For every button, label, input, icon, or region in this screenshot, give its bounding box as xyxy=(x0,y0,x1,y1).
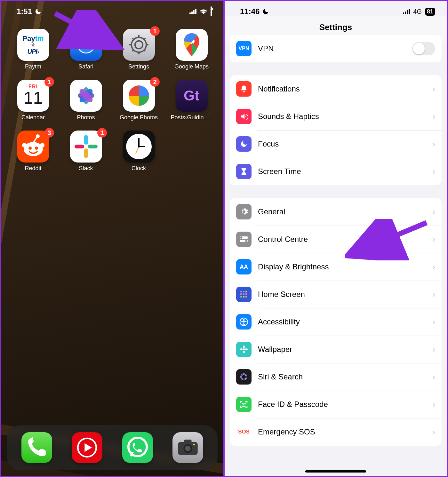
svg-rect-57 xyxy=(243,293,244,295)
settings-row-home-screen[interactable]: Home Screen › xyxy=(230,281,442,308)
camera-icon xyxy=(172,432,203,463)
annotation-arrow-icon xyxy=(345,219,431,260)
speaker-icon xyxy=(236,109,252,124)
network-label: 4G xyxy=(413,8,422,15)
status-time: 1:51 xyxy=(17,7,32,16)
settings-icon xyxy=(123,29,155,61)
app-calendar[interactable]: 1 FRI 11 Calendar xyxy=(10,80,56,121)
chevron-right-icon: › xyxy=(432,427,435,437)
hourglass-icon xyxy=(236,164,252,179)
phone-icon xyxy=(21,432,52,463)
settings-row-screentime[interactable]: Screen Time › xyxy=(230,158,442,185)
toggles-icon xyxy=(236,232,252,247)
dnd-moon-icon xyxy=(262,8,269,15)
svg-rect-44 xyxy=(184,440,192,443)
dock-app-phone[interactable] xyxy=(21,432,52,463)
app-reddit[interactable]: 3 Reddit xyxy=(10,131,56,172)
vpn-toggle[interactable] xyxy=(412,42,435,55)
svg-line-48 xyxy=(351,223,427,254)
dnd-moon-icon xyxy=(35,8,42,15)
moon-icon xyxy=(236,136,252,152)
settings-row-siri[interactable]: Siri & Search › xyxy=(230,363,442,391)
app-slack[interactable]: 1 Slack xyxy=(63,131,109,172)
notification-badge: 1 xyxy=(97,128,107,138)
settings-row-vpn[interactable]: VPN VPN xyxy=(230,35,442,62)
svg-point-66 xyxy=(243,351,245,353)
settings-row-label: Emergency SOS xyxy=(258,427,426,436)
settings-row-notifications[interactable]: Notifications › xyxy=(230,75,442,103)
chevron-right-icon: › xyxy=(432,262,435,272)
status-time: 11:46 xyxy=(240,7,260,16)
settings-row-faceid[interactable]: Face ID & Passcode › xyxy=(230,391,442,418)
settings-row-label: Display & Brightness xyxy=(258,262,426,271)
svg-point-64 xyxy=(243,348,245,350)
svg-rect-60 xyxy=(243,296,244,298)
cellular-signal-icon xyxy=(189,9,196,14)
faceid-icon xyxy=(236,397,252,412)
chevron-right-icon: › xyxy=(432,344,435,354)
svg-rect-34 xyxy=(75,145,84,148)
svg-line-29 xyxy=(33,137,37,143)
svg-point-73 xyxy=(245,403,245,404)
app-photos[interactable]: Photos xyxy=(63,80,109,121)
app-label: Clock xyxy=(132,165,146,172)
app-google-photos[interactable]: 2 Google Photos xyxy=(116,80,162,121)
google-maps-icon xyxy=(176,29,208,61)
app-label: Slack xyxy=(79,165,93,172)
app-google-maps[interactable]: Google Maps xyxy=(169,29,214,70)
app-label: Photos xyxy=(77,114,95,121)
svg-point-24 xyxy=(24,142,43,156)
app-label: Paytm xyxy=(25,63,41,70)
settings-screen: 11:46 4G 81 Settings VPN VPN Notificatio… xyxy=(225,1,447,476)
settings-row-label: Notifications xyxy=(258,84,426,93)
settings-row-label: Accessibility xyxy=(258,317,426,326)
settings-row-wallpaper[interactable]: Wallpaper › xyxy=(230,336,442,363)
settings-section: Notifications › Sounds & Haptics › Focus… xyxy=(230,75,442,185)
settings-row-label: Wallpaper xyxy=(258,345,426,354)
photos-icon xyxy=(70,80,102,112)
chevron-right-icon: › xyxy=(432,111,435,122)
svg-point-63 xyxy=(243,319,245,321)
status-bar: 11:46 4G 81 xyxy=(225,1,447,16)
app-label: Google Photos xyxy=(120,114,158,121)
clock-icon xyxy=(123,131,155,163)
chevron-right-icon: › xyxy=(432,372,435,382)
svg-rect-56 xyxy=(240,293,242,295)
settings-row-label: General xyxy=(258,207,426,216)
chevron-right-icon: › xyxy=(432,234,435,244)
chevron-right-icon: › xyxy=(432,166,435,177)
siri-icon xyxy=(236,369,252,385)
battery-icon xyxy=(211,7,212,16)
settings-row-accessibility[interactable]: Accessibility › xyxy=(230,308,442,336)
settings-row-emergency-sos[interactable]: SOS Emergency SOS › xyxy=(230,418,442,446)
svg-point-46 xyxy=(185,446,191,451)
wifi-icon xyxy=(200,7,207,16)
battery-percent: 81 xyxy=(425,8,435,16)
app-label: Safari xyxy=(78,63,93,70)
svg-point-50 xyxy=(240,236,243,239)
sos-icon: SOS xyxy=(236,424,252,440)
svg-rect-33 xyxy=(84,148,88,158)
dock-app-camera[interactable] xyxy=(172,432,203,463)
vpn-icon: VPN xyxy=(236,41,252,56)
app-label: Calendar xyxy=(21,114,45,121)
chevron-right-icon: › xyxy=(432,399,435,409)
app-posts-guiding[interactable]: Gt Posts‹Guiding… xyxy=(169,80,214,121)
google-photos-icon xyxy=(123,80,155,112)
app-clock[interactable]: Clock xyxy=(116,131,162,172)
home-indicator[interactable] xyxy=(305,470,366,473)
dock xyxy=(7,425,218,470)
dock-app-ytmusic[interactable] xyxy=(72,432,102,463)
settings-row-focus[interactable]: Focus › xyxy=(230,130,442,158)
app-label: Posts‹Guiding… xyxy=(171,114,212,121)
svg-rect-58 xyxy=(245,293,247,295)
posts-guiding-icon: Gt xyxy=(176,80,208,112)
settings-row-label: Siri & Search xyxy=(258,372,426,381)
notification-badge: 1 xyxy=(150,26,160,36)
app-label: Settings xyxy=(128,63,149,70)
svg-point-39 xyxy=(138,146,140,147)
svg-point-6 xyxy=(135,41,142,49)
app-paytm[interactable]: PaytmसेUPI› Paytm xyxy=(10,29,56,70)
settings-row-sounds[interactable]: Sounds & Haptics › xyxy=(230,103,442,130)
dock-app-whatsapp[interactable] xyxy=(122,432,153,463)
